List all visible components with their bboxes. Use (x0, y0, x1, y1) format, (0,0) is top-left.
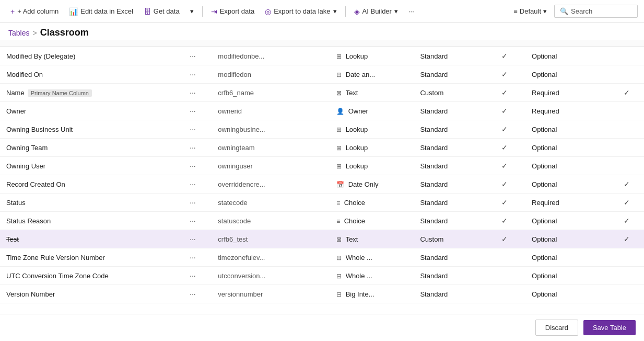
row-managed: Standard (414, 267, 483, 285)
row-check1: ✓ (484, 102, 525, 120)
table-row: Time Zone Rule Version Number···timezone… (0, 248, 644, 267)
row-requirement: Optional (525, 175, 609, 194)
row-logical-name: crfb6_name (212, 84, 330, 102)
primary-name-badge: Primary Name Column (28, 89, 92, 97)
row-type: ⊠ Text (330, 230, 414, 248)
row-more-button[interactable]: ··· (188, 106, 198, 116)
row-type: ≡ Choice (330, 212, 414, 230)
table-header-row (0, 40, 644, 47)
row-type: ⊟ Big Inte... (330, 285, 414, 303)
row-display-name: Modified On (6, 71, 43, 78)
default-button[interactable]: ≡ Default ▾ (508, 5, 552, 18)
row-check2 (609, 267, 644, 285)
row-check1: ✓ (484, 212, 525, 230)
table-area: Modified By (Delegate)···modifiedonbe...… (0, 40, 644, 314)
row-more-button[interactable]: ··· (188, 124, 198, 134)
row-display-name: Owning User (6, 162, 45, 170)
row-logical-name: crfb6_test (212, 230, 330, 248)
type-icon: 📅 (336, 181, 346, 188)
row-more-button[interactable]: ··· (188, 289, 198, 299)
row-check2 (609, 139, 644, 157)
row-logical-name: owningteam (212, 139, 330, 157)
export-data-button[interactable]: ⇥ Export data (207, 5, 259, 18)
table-row: Modified By (Delegate)···modifiedonbe...… (0, 47, 644, 65)
row-type: ⊟ Whole ... (330, 267, 414, 285)
row-more-button[interactable]: ··· (188, 142, 198, 153)
row-more-button[interactable]: ··· (188, 234, 198, 244)
checkmark-icon: ✓ (501, 125, 508, 133)
row-requirement: Optional (525, 230, 609, 248)
chevron-down-icon: ▾ (190, 7, 194, 15)
row-more-button[interactable]: ··· (188, 215, 198, 226)
checkmark2-icon: ✓ (624, 235, 630, 243)
save-table-button[interactable]: Save Table (583, 320, 636, 335)
row-check2 (609, 65, 644, 84)
ai-icon: ◈ (354, 7, 360, 16)
row-check2: ✓ (609, 212, 644, 230)
row-requirement: Optional (525, 248, 609, 267)
table-row: Version Number···versionnumber⊟ Big Inte… (0, 285, 644, 303)
row-managed: Standard (414, 65, 483, 84)
row-more-button[interactable]: ··· (188, 69, 198, 79)
export-lake-button[interactable]: ◎ Export to data lake ▾ (261, 5, 341, 18)
search-box[interactable]: 🔍 Search (554, 5, 638, 18)
row-requirement: Required (525, 84, 609, 102)
table-row: Status···statecode≡ ChoiceStandard✓Requi… (0, 194, 644, 212)
row-type: ⊟ Date an... (330, 65, 414, 84)
row-more-button[interactable]: ··· (188, 270, 198, 281)
chevron-down-icon-ai: ▾ (394, 7, 398, 15)
discard-button[interactable]: Discard (535, 320, 578, 336)
row-check2: ✓ (609, 230, 644, 248)
breadcrumb-tables[interactable]: Tables (8, 29, 29, 37)
row-check2: ✓ (609, 84, 644, 102)
row-logical-name: statuscode (212, 212, 330, 230)
col-header-type (330, 40, 414, 47)
row-check2 (609, 248, 644, 267)
table-body: Modified By (Delegate)···modifiedonbe...… (0, 47, 644, 303)
col-header-check1 (484, 40, 525, 47)
col-header-logical (212, 40, 330, 47)
row-type: 📅 Date Only (330, 175, 414, 194)
row-managed: Standard (414, 285, 483, 303)
row-managed: Standard (414, 157, 483, 175)
dropdown-get-data-button[interactable]: ▾ (186, 5, 198, 18)
add-icon: + (10, 7, 15, 16)
row-requirement: Optional (525, 157, 609, 175)
default-icon: ≡ (513, 7, 518, 15)
row-check1: ✓ (484, 65, 525, 84)
more-button[interactable]: ··· (404, 5, 418, 18)
row-display-name: Version Number (6, 290, 55, 298)
row-more-button[interactable]: ··· (188, 161, 198, 171)
row-check2 (609, 285, 644, 303)
row-requirement: Optional (525, 65, 609, 84)
row-display-name: Status (6, 199, 26, 207)
row-more-button[interactable]: ··· (188, 87, 198, 98)
table-row: Owning User···owninguser⊞ LookupStandard… (0, 157, 644, 175)
row-check1: ✓ (484, 175, 525, 194)
row-check1: ✓ (484, 230, 525, 248)
row-type: ⊠ Text (330, 84, 414, 102)
row-display-name: Modified By (Delegate) (6, 52, 75, 60)
edit-excel-button[interactable]: 📊 Edit data in Excel (65, 5, 137, 18)
row-check1: ✓ (484, 120, 525, 139)
get-data-button[interactable]: 🗄 Get data (139, 5, 184, 18)
lake-icon: ◎ (265, 7, 271, 16)
add-column-button[interactable]: + + Add column (6, 5, 63, 18)
row-logical-name: modifiedonbe... (212, 47, 330, 65)
checkmark2-icon: ✓ (624, 88, 630, 97)
col-header-name (0, 40, 181, 47)
breadcrumb-separator: > (32, 29, 37, 37)
type-icon: ⊠ (336, 89, 343, 97)
table-row: Owning Business Unit···owningbusine...⊞ … (0, 120, 644, 139)
row-more-button[interactable]: ··· (188, 51, 198, 61)
row-more-button[interactable]: ··· (188, 197, 198, 208)
row-more-button[interactable]: ··· (188, 179, 198, 189)
row-display-name: Record Created On (6, 180, 65, 188)
chevron-down-icon-default: ▾ (543, 7, 547, 15)
checkmark-icon: ✓ (501, 235, 508, 243)
row-managed: Custom (414, 230, 483, 248)
row-type: ≡ Choice (330, 194, 414, 212)
col-header-req (525, 40, 609, 47)
row-more-button[interactable]: ··· (188, 252, 198, 263)
ai-builder-button[interactable]: ◈ AI Builder ▾ (350, 5, 402, 18)
